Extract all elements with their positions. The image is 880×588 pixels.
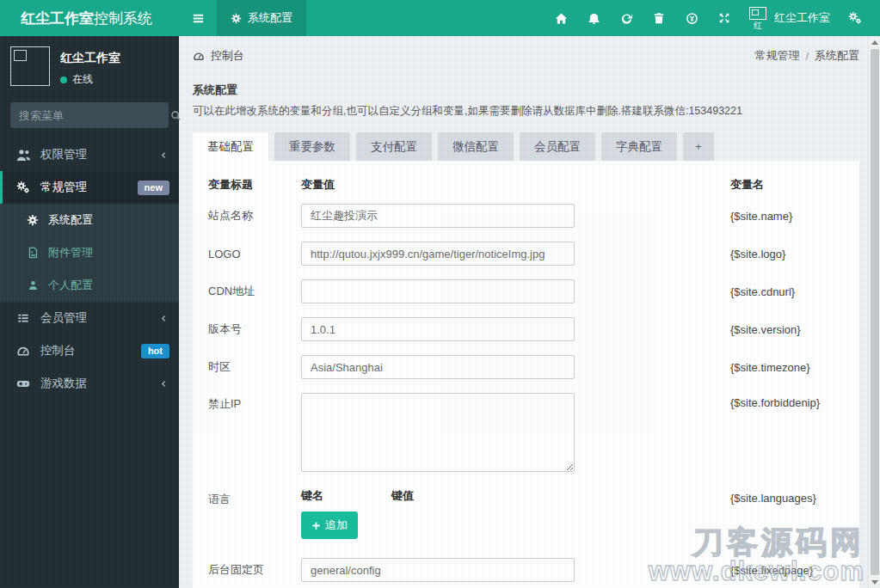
app-logo-rest: 控制系统 [94, 9, 152, 28]
notifications-button[interactable] [577, 0, 610, 36]
home-button[interactable] [545, 0, 577, 36]
field-var-name: {$site.timezone} [730, 361, 859, 374]
timezone-input[interactable] [301, 355, 575, 379]
search-icon [170, 110, 182, 121]
breadcrumb-current[interactable]: 系统配置 [815, 48, 859, 64]
sidebar-item-system-config[interactable]: 系统配置 [0, 204, 179, 236]
sidebar-item-game-data[interactable]: 游戏数据 [0, 367, 179, 400]
append-button[interactable]: 追加 [301, 511, 358, 539]
sidebar: 红尘工作室 在线 权限管理 常规管理 new 系统配置 [0, 36, 179, 588]
chevron-left-icon [160, 150, 168, 160]
tab-basic-config[interactable]: 基础配置 [193, 132, 268, 161]
trash-button[interactable] [643, 0, 675, 36]
sidebar-item-label: 附件管理 [48, 245, 93, 260]
menu-search-input[interactable] [19, 109, 170, 122]
version-input[interactable] [301, 317, 575, 341]
main-content: 控制台 常规管理 / 系统配置 系统配置 可以在此增改系统的变量和分组,也可以自… [179, 36, 880, 588]
sidebar-item-general-management[interactable]: 常规管理 new [0, 171, 179, 204]
col-header-var-name: 变量名 [730, 177, 859, 193]
kv-value-header: 键值 [391, 488, 414, 504]
gear-icon [26, 214, 40, 226]
scrollbar-up-arrow[interactable] [869, 36, 880, 48]
sidebar-item-label: 个人配置 [48, 278, 93, 293]
fullscreen-button[interactable] [708, 0, 741, 36]
form-row-version: 版本号 {$site.version} [208, 317, 859, 341]
cdn-url-input[interactable] [301, 279, 575, 303]
form-row-cdn-url: CDN地址 {$site.cdnurl} [208, 279, 859, 303]
col-header-var-value: 变量值 [301, 177, 730, 193]
tab-member-config[interactable]: 会员配置 [520, 132, 595, 161]
logo-input[interactable] [301, 242, 575, 266]
field-var-name: {$site.logo} [730, 248, 859, 260]
plus-icon [311, 521, 321, 530]
sidebar-submenu-general: 系统配置 附件管理 个人配置 [0, 204, 179, 302]
sidebar-item-attachment-management[interactable]: 附件管理 [0, 236, 179, 269]
trash-icon [653, 12, 665, 24]
field-var-name: {$site.forbiddenip} [730, 393, 859, 409]
nav-tab-label: 系统配置 [248, 10, 292, 26]
tab-add-group[interactable]: + [683, 132, 714, 161]
config-tabs: 基础配置 重要参数 支付配置 微信配置 会员配置 字典配置 + [193, 132, 859, 161]
field-var-name: {$site.languages} [730, 488, 859, 505]
sidebar-avatar [10, 46, 50, 86]
coin-button[interactable] [675, 0, 708, 36]
dashboard-icon [193, 51, 205, 62]
site-name-input[interactable] [301, 204, 575, 228]
field-var-name: {$site.name} [730, 210, 859, 223]
cogs-icon [848, 11, 862, 25]
kv-key-header: 键名 [301, 488, 391, 504]
expand-arrows-icon [718, 12, 730, 24]
breadcrumb-parent-link[interactable]: 常规管理 [754, 48, 799, 64]
field-var-name: {$site.cdnurl} [730, 285, 859, 298]
new-badge: new [138, 181, 169, 195]
user-icon [26, 279, 40, 291]
id-list-icon [15, 312, 31, 324]
settings-button[interactable] [839, 0, 871, 36]
app-logo-bold: 红尘工作室 [21, 9, 94, 28]
sidebar-item-label: 控制台 [40, 343, 76, 358]
sidebar-item-personal-config[interactable]: 个人配置 [0, 269, 179, 302]
sidebar-item-dashboard[interactable]: 控制台 hot [0, 334, 179, 367]
user-menu[interactable]: 红 红尘工作室 [741, 7, 839, 30]
tab-payment-config[interactable]: 支付配置 [356, 132, 432, 161]
scrollbar-thumb[interactable] [871, 49, 879, 575]
cogs-icon [15, 181, 31, 194]
chevron-left-icon [160, 379, 168, 389]
page-header: 系统配置 可以在此增改系统的变量和分组,也可以自定义分组和变量,如果需要删除请从… [193, 83, 859, 119]
sidebar-item-label: 会员管理 [40, 310, 87, 326]
coin-icon [686, 12, 698, 25]
tab-important-params[interactable]: 重要参数 [274, 132, 350, 161]
avatar-alt-text: 红 [754, 21, 762, 30]
forbidden-ip-textarea[interactable] [301, 393, 575, 472]
breadcrumb-separator: / [805, 50, 809, 63]
sidebar-item-member-management[interactable]: 会员管理 [0, 302, 179, 334]
field-label: 时区 [208, 359, 301, 375]
field-label: 禁止IP [208, 393, 301, 412]
vertical-scrollbar [868, 36, 880, 588]
sidebar-item-permission-management[interactable]: 权限管理 [0, 138, 179, 171]
refresh-button[interactable] [610, 0, 643, 36]
sidebar-toggle-button[interactable] [179, 0, 217, 36]
breadcrumb-home: 控制台 [211, 48, 244, 64]
dashboard-icon [15, 345, 31, 358]
field-label: 版本号 [208, 322, 301, 337]
tab-wechat-config[interactable]: 微信配置 [438, 132, 514, 161]
sidebar-user-name: 红尘工作室 [60, 51, 120, 66]
chevron-left-icon [160, 314, 168, 323]
append-button-label: 追加 [325, 518, 348, 533]
tab-dictionary-config[interactable]: 字典配置 [601, 132, 677, 161]
field-label: 语言 [208, 488, 301, 507]
avatar: 红 [749, 7, 766, 30]
form-row-forbidden-ip: 禁止IP {$site.forbiddenip} [208, 393, 859, 475]
sidebar-search [10, 102, 169, 128]
app-logo: 红尘工作室控制系统 [0, 0, 179, 36]
basic-config-panel: 变量标题 变量值 变量名 站点名称 {$site.name} LOGO {$si… [193, 161, 859, 588]
form-row-fixed-page: 后台固定页 {$site.fixedpage} [208, 558, 859, 582]
scrollbar-down-arrow[interactable] [869, 576, 880, 588]
top-navbar: 红尘工作室控制系统 系统配置 [0, 0, 880, 36]
form-row-logo: LOGO {$site.logo} [208, 242, 859, 266]
open-page-tab-system-config[interactable]: 系统配置 [217, 0, 306, 36]
sidebar-item-label: 权限管理 [40, 147, 87, 162]
online-status-dot [60, 77, 67, 83]
fixed-page-input[interactable] [301, 558, 575, 582]
